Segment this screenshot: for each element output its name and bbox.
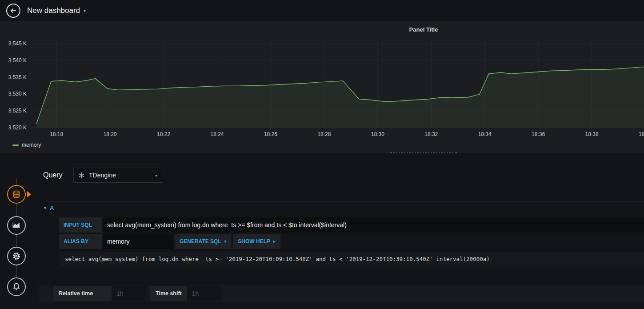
time-shift-label: Time shift: [150, 286, 187, 301]
horizontal-scrollbar[interactable]: [390, 152, 457, 153]
tdengine-logo-icon: [78, 172, 85, 179]
gear-icon: [12, 251, 21, 261]
chevron-right-icon: ▸: [273, 239, 276, 244]
input-sql-label: INPUT SQL: [59, 217, 102, 233]
datasource-picker[interactable]: TDengine ▾: [73, 168, 162, 183]
tab-alert[interactable]: [7, 277, 26, 296]
svg-text:18:24: 18:24: [211, 131, 224, 137]
query-ref-collapse[interactable]: ▾ A: [44, 205, 54, 211]
tab-general[interactable]: [7, 247, 26, 265]
section-divider: [43, 201, 644, 201]
input-sql-field[interactable]: [103, 217, 644, 233]
svg-text:18:20: 18:20: [104, 131, 117, 137]
chart-legend: memory: [12, 142, 41, 148]
svg-text:18:32: 18:32: [424, 131, 438, 137]
chevron-down-icon: ▾: [155, 173, 157, 178]
top-nav-bar: New dashboard ▾: [0, 0, 644, 21]
chevron-down-icon: ▾: [224, 239, 227, 244]
svg-text:3.520 K: 3.520 K: [8, 124, 27, 131]
time-shift-field[interactable]: [187, 286, 221, 301]
show-help-label: SHOW HELP: [238, 238, 270, 245]
relative-time-field[interactable]: [112, 286, 146, 301]
panel-title[interactable]: Panel Title: [409, 26, 438, 33]
legend-color-swatch: [12, 144, 19, 146]
generate-sql-label: GENERATE SQL: [180, 238, 221, 245]
back-button[interactable]: [6, 4, 20, 18]
dashboard-title[interactable]: New dashboard: [27, 6, 80, 15]
relative-time-label: Relative time: [53, 286, 112, 301]
alias-by-row: ALIAS BY GENERATE SQL ▾ SHOW HELP ▸: [59, 234, 282, 249]
alias-by-field[interactable]: [103, 234, 173, 249]
query-ref-id: A: [50, 205, 54, 211]
chevron-down-icon: ▾: [44, 205, 46, 210]
show-help-button[interactable]: SHOW HELP ▸: [233, 234, 280, 249]
svg-text:3.535 K: 3.535 K: [8, 74, 27, 80]
svg-text:18:40: 18:40: [639, 131, 644, 137]
svg-text:18:26: 18:26: [264, 131, 277, 137]
tab-visualization[interactable]: [7, 216, 26, 235]
tab-queries[interactable]: [7, 185, 26, 204]
bell-icon: [12, 282, 21, 292]
chart-panel: 3.545 K3.540 K3.535 K3.530 K3.525 K3.520…: [0, 21, 644, 153]
arrow-left-icon: [9, 7, 17, 15]
svg-text:3.540 K: 3.540 K: [8, 57, 27, 64]
datasource-name: TDengine: [89, 172, 151, 179]
generated-sql-preview: select avg(mem_system) from log.dn where…: [59, 252, 644, 266]
svg-text:18:18: 18:18: [50, 131, 63, 137]
chevron-down-icon[interactable]: ▾: [84, 8, 86, 13]
svg-text:3.545 K: 3.545 K: [8, 40, 27, 47]
generate-sql-button[interactable]: GENERATE SQL ▾: [175, 234, 231, 249]
grafana-panel-edit-page: New dashboard ▾ 3.545 K3.540 K3.535 K3.5…: [0, 0, 644, 309]
chart-icon: [12, 221, 21, 230]
alias-by-label: ALIAS BY: [59, 234, 102, 249]
svg-text:18:30: 18:30: [371, 131, 384, 137]
svg-text:18:34: 18:34: [478, 131, 492, 137]
active-tab-pointer-icon: [27, 191, 31, 197]
svg-text:3.525 K: 3.525 K: [8, 108, 27, 114]
svg-text:18:28: 18:28: [317, 131, 331, 137]
svg-text:3.530 K: 3.530 K: [8, 91, 27, 97]
legend-series-label[interactable]: memory: [22, 142, 41, 148]
query-section-title: Query: [43, 171, 63, 179]
svg-text:18:38: 18:38: [585, 131, 599, 137]
database-icon: [12, 189, 21, 199]
input-sql-row: INPUT SQL: [59, 217, 644, 233]
svg-text:18:36: 18:36: [532, 131, 545, 137]
query-options-row: Relative time Time shift: [38, 285, 644, 302]
time-series-chart[interactable]: 3.545 K3.540 K3.535 K3.530 K3.525 K3.520…: [0, 21, 644, 153]
svg-text:18:22: 18:22: [157, 131, 170, 137]
